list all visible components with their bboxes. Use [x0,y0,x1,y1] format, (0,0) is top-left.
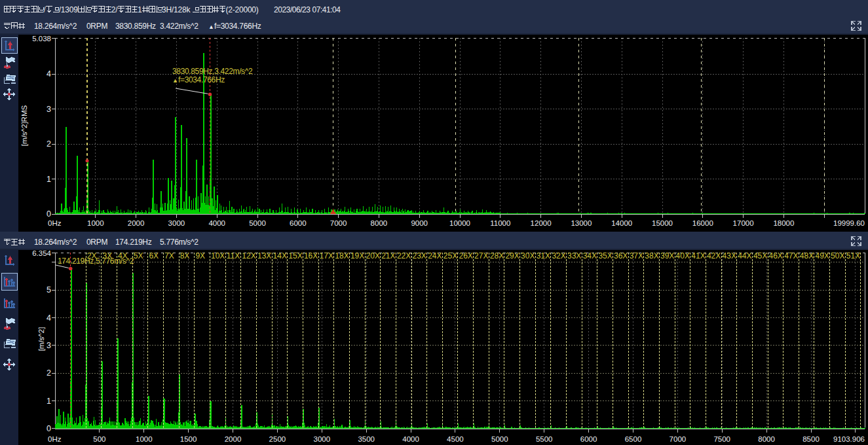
svg-text:4000: 4000 [208,219,225,227]
svg-text:[m/s^2]: [m/s^2] [37,327,45,351]
svg-text:174.219Hz,5.776m/s^2: 174.219Hz,5.776m/s^2 [58,257,134,266]
svg-text:18.264m/s^2: 18.264m/s^2 [34,22,77,31]
svg-text:1: 1 [47,175,51,184]
svg-text:11000: 11000 [490,219,510,227]
svg-text:29X: 29X [505,251,519,260]
svg-text:26X: 26X [459,251,473,260]
svg-text:48X: 48X [800,251,814,260]
svg-text:8500: 8500 [802,435,820,443]
svg-text:500: 500 [93,435,105,443]
svg-text:5.776m/s^2: 5.776m/s^2 [160,238,198,247]
svg-text:(2-20000): (2-20000) [225,5,258,14]
svg-text:44X: 44X [738,251,751,260]
svg-text:6000: 6000 [290,219,307,227]
svg-text:1000: 1000 [87,219,104,227]
svg-text:27X: 27X [474,251,488,260]
svg-text:0RPM: 0RPM [86,238,107,247]
svg-text:40X: 40X [676,251,690,260]
svg-text:16X: 16X [304,251,318,260]
svg-text:24X: 24X [428,251,442,260]
svg-text:6000: 6000 [580,435,597,443]
svg-text:30X: 30X [521,251,535,260]
svg-text:5X: 5X [134,251,143,260]
svg-text:34X: 34X [583,251,597,260]
svg-text:49X: 49X [816,251,829,260]
svg-text:5000: 5000 [249,219,266,227]
svg-text:3: 3 [47,341,51,350]
svg-text:10X: 10X [211,251,225,260]
svg-text:17000: 17000 [733,219,754,227]
svg-text:18000: 18000 [773,219,794,227]
svg-text:43X: 43X [723,251,736,260]
svg-text:3.422m/s^2: 3.422m/s^2 [160,22,198,31]
svg-text:[m/s^2]RMS: [m/s^2]RMS [20,105,28,147]
svg-text:▲: ▲ [172,77,178,84]
svg-text:7500: 7500 [713,435,730,443]
svg-text:9000: 9000 [411,219,428,227]
svg-text:36X: 36X [614,251,628,260]
svg-text:1: 1 [138,5,142,14]
svg-text:35X: 35X [598,251,612,260]
svg-text:2500: 2500 [269,435,286,443]
svg-text:3830.859Hz,3.422m/s^2: 3830.859Hz,3.422m/s^2 [172,67,253,76]
svg-text:6.354: 6.354 [32,249,51,257]
svg-text:15000: 15000 [652,219,673,227]
svg-text:21X: 21X [381,251,395,260]
svg-text:31X: 31X [537,251,550,260]
svg-text:4500: 4500 [447,435,464,443]
svg-text:25X: 25X [443,251,457,260]
svg-text:5.038: 5.038 [32,35,51,43]
svg-text:4: 4 [47,69,51,79]
svg-text:51X: 51X [846,251,860,260]
svg-text:7X: 7X [164,251,174,260]
svg-text:2000: 2000 [128,219,145,227]
svg-text:1500: 1500 [180,435,197,443]
svg-text:f=3034.766Hz: f=3034.766Hz [214,22,261,31]
svg-text:6X: 6X [149,251,159,260]
svg-text:8000: 8000 [371,219,388,227]
svg-text:45X: 45X [753,251,767,260]
svg-text:174.219Hz: 174.219Hz [115,238,152,247]
svg-text:19X: 19X [350,251,364,260]
svg-text:/1309: /1309 [59,5,79,14]
svg-text:14X: 14X [273,251,287,260]
svg-text:32X: 32X [552,251,565,260]
svg-text:2023/06/23 07:41:04: 2023/06/23 07:41:04 [274,5,341,14]
svg-text:22X: 22X [397,251,411,260]
svg-text:0: 0 [47,424,51,433]
svg-text:9103.906: 9103.906 [833,435,865,443]
svg-text:23X: 23X [413,251,426,260]
svg-text:20X: 20X [366,251,380,260]
svg-text:28X: 28X [490,251,504,260]
svg-text:14000: 14000 [611,219,632,227]
svg-text:3: 3 [47,105,51,114]
svg-text:38X: 38X [645,251,658,260]
svg-text:f=3034.766Hz: f=3034.766Hz [178,75,225,84]
svg-text:13X: 13X [257,251,271,260]
svg-text:3H/128k: 3H/128k [162,5,191,14]
svg-text:0: 0 [47,209,51,219]
svg-text:2: 2 [47,368,51,378]
svg-text:2/: 2/ [111,5,118,14]
svg-text:50X: 50X [831,251,844,260]
svg-text:33X: 33X [567,251,581,260]
svg-text:39X: 39X [660,251,674,260]
svg-text:47X: 47X [784,251,798,260]
svg-text:18.264m/s^2: 18.264m/s^2 [34,238,77,247]
svg-text:2: 2 [47,139,51,149]
svg-text:8X: 8X [180,251,190,260]
svg-text:11X: 11X [227,251,240,260]
svg-text:▲: ▲ [208,24,214,30]
svg-text:6500: 6500 [625,435,642,443]
svg-text:5500: 5500 [536,435,553,443]
svg-text:3830.859Hz: 3830.859Hz [115,22,156,31]
svg-text:12000: 12000 [531,219,552,227]
svg-text:3000: 3000 [168,219,185,227]
svg-text:46X: 46X [769,251,783,260]
svg-text:15X: 15X [288,251,302,260]
svg-text:5: 5 [47,285,51,294]
svg-text:8000: 8000 [758,435,775,443]
svg-text:7000: 7000 [670,435,687,443]
svg-text:3500: 3500 [358,435,375,443]
svg-text:5000: 5000 [491,435,508,443]
